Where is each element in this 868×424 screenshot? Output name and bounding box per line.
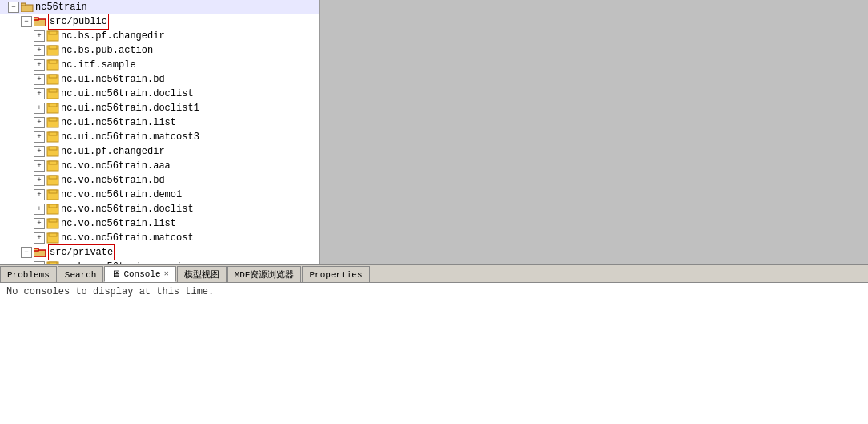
tab-search-label: Search bbox=[65, 269, 97, 281]
item-label: nc.vo.nc56train.demo1 bbox=[61, 188, 182, 202]
src-private-folder-icon bbox=[34, 248, 46, 257]
expand-item[interactable]: + bbox=[34, 189, 45, 200]
package-icon bbox=[46, 175, 59, 186]
expand-item[interactable]: + bbox=[34, 160, 45, 172]
package-icon bbox=[46, 117, 59, 128]
item-label: nc.vo.nc56train.aaa bbox=[61, 159, 171, 173]
list-item[interactable]: + nc.ui.nc56train.bd bbox=[0, 72, 319, 87]
package-icon bbox=[46, 232, 59, 244]
item-label: nc.vo.nc56train.matcost bbox=[61, 231, 194, 245]
list-item[interactable]: + nc.vo.nc56train.aaa bbox=[0, 159, 319, 173]
svg-rect-23 bbox=[49, 161, 57, 164]
tab-bar: Problems Search 🖥 Console ✕ 模型视图 MDF资源浏览… bbox=[0, 265, 868, 283]
item-label: nc.vo.nc56train.doclist bbox=[61, 202, 194, 216]
root-label: nc56train bbox=[35, 0, 87, 14]
tab-mdf2[interactable]: MDF资源浏览器 bbox=[227, 266, 302, 282]
list-item[interactable]: + nc.ui.nc56train.matcost3 bbox=[0, 130, 319, 144]
svg-rect-31 bbox=[49, 219, 57, 222]
expand-item[interactable]: + bbox=[34, 175, 45, 186]
svg-rect-7 bbox=[49, 46, 57, 49]
tree-root[interactable]: − nc56train bbox=[0, 0, 319, 14]
package-icon bbox=[46, 160, 59, 172]
expand-item[interactable]: + bbox=[34, 88, 45, 99]
package-icon bbox=[46, 204, 59, 215]
svg-rect-17 bbox=[49, 118, 57, 121]
package-icon bbox=[46, 74, 59, 85]
list-item[interactable]: + nc.ui.nc56train.list bbox=[0, 115, 319, 130]
list-item[interactable]: + nc.ui.nc56train.doclist1 bbox=[0, 101, 319, 115]
package-icon bbox=[46, 218, 59, 229]
expand-item[interactable]: + bbox=[34, 218, 45, 229]
expand-item[interactable]: + bbox=[34, 131, 45, 143]
expand-item[interactable]: + bbox=[34, 232, 45, 244]
list-item[interactable]: + nc.bs.pub.action bbox=[0, 43, 319, 58]
svg-rect-21 bbox=[49, 147, 57, 150]
tab-search[interactable]: Search bbox=[58, 266, 104, 282]
svg-rect-35 bbox=[34, 248, 38, 251]
console-message: No consoles to display at this time. bbox=[6, 286, 214, 297]
tab-mdf-label: 模型视图 bbox=[184, 269, 219, 281]
tab-console-close[interactable]: ✕ bbox=[164, 268, 169, 281]
package-icon bbox=[46, 45, 59, 56]
expand-root[interactable]: − bbox=[8, 2, 19, 13]
list-item[interactable]: + nc.vo.nc56train.bd bbox=[0, 173, 319, 188]
tab-mdf[interactable]: 模型视图 bbox=[177, 266, 227, 282]
expand-src-private[interactable]: − bbox=[21, 247, 32, 258]
svg-rect-13 bbox=[49, 89, 57, 92]
tab-problems-label: Problems bbox=[7, 269, 50, 281]
package-icon bbox=[46, 261, 59, 264]
svg-rect-9 bbox=[49, 60, 57, 63]
expand-item[interactable]: + bbox=[34, 74, 45, 85]
item-label: nc.ui.nc56train.bd bbox=[61, 72, 165, 87]
expand-item[interactable]: + bbox=[34, 30, 45, 42]
svg-rect-5 bbox=[49, 31, 57, 34]
tab-console-label: Console bbox=[123, 268, 160, 281]
svg-rect-37 bbox=[49, 262, 57, 264]
tree-src-private[interactable]: − src/private bbox=[0, 245, 319, 260]
package-icon bbox=[46, 30, 59, 42]
console-icon: 🖥 bbox=[111, 268, 120, 281]
expand-item[interactable]: + bbox=[34, 117, 45, 128]
list-item[interactable]: + nc.ui.pf.changedir bbox=[0, 144, 319, 159]
package-icon bbox=[46, 189, 59, 200]
item-label: nc.bs.pub.action bbox=[61, 43, 153, 58]
list-item[interactable]: + nc.ui.nc56train.doclist bbox=[0, 87, 319, 101]
svg-rect-27 bbox=[49, 190, 57, 193]
expand-item[interactable]: + bbox=[34, 45, 45, 56]
console-content: No consoles to display at this time. bbox=[0, 283, 868, 424]
tab-properties[interactable]: Properties bbox=[302, 266, 369, 282]
item-label: nc.ui.nc56train.matcost3 bbox=[61, 130, 199, 144]
svg-rect-15 bbox=[49, 103, 57, 107]
tree-src-public[interactable]: − src/public bbox=[0, 14, 319, 29]
expand-item[interactable]: + bbox=[34, 261, 45, 264]
expand-item[interactable]: + bbox=[34, 103, 45, 114]
tab-console[interactable]: 🖥 Console ✕ bbox=[104, 266, 175, 282]
expand-src-public[interactable]: − bbox=[21, 16, 32, 27]
list-item[interactable]: + nc.vo.nc56train.matcost bbox=[0, 231, 319, 245]
expand-item[interactable]: + bbox=[34, 59, 45, 71]
tree-panel[interactable]: − nc56train − src/public + bbox=[0, 0, 320, 264]
package-icon bbox=[46, 103, 59, 114]
svg-rect-19 bbox=[49, 132, 57, 135]
svg-rect-1 bbox=[21, 3, 26, 6]
package-icon bbox=[46, 131, 59, 143]
main-area: − nc56train − src/public + bbox=[0, 0, 868, 264]
list-item[interactable]: + nc.bs.pf.changedir bbox=[0, 29, 319, 43]
expand-item[interactable]: + bbox=[34, 146, 45, 157]
list-item[interactable]: + nc.itf.sample bbox=[0, 58, 319, 72]
right-panel bbox=[320, 0, 868, 264]
svg-rect-29 bbox=[49, 204, 57, 208]
svg-rect-3 bbox=[34, 18, 38, 20]
tab-problems[interactable]: Problems bbox=[0, 266, 57, 282]
root-folder-icon bbox=[21, 2, 34, 12]
package-icon bbox=[46, 88, 59, 99]
list-item[interactable]: + nc.vo.nc56train.list bbox=[0, 216, 319, 231]
expand-item[interactable]: + bbox=[34, 204, 45, 215]
svg-rect-11 bbox=[49, 75, 57, 78]
item-label: nc.ui.nc56train.list bbox=[61, 115, 176, 130]
src-public-label: src/public bbox=[48, 14, 109, 30]
list-item[interactable]: + nc.vo.nc56train.demo1 bbox=[0, 188, 319, 202]
list-item[interactable]: + nc.vo.nc56train.doclist bbox=[0, 202, 319, 216]
item-label: nc.ui.nc56train.doclist1 bbox=[61, 101, 199, 115]
src-private-label: src/private bbox=[48, 244, 115, 260]
